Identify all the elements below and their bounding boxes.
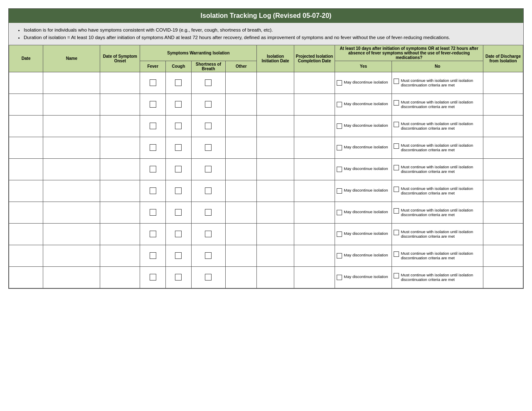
checkbox-no-6[interactable] xyxy=(394,208,399,214)
checkbox-no-9[interactable] xyxy=(394,273,399,278)
checkbox-fever-8[interactable] xyxy=(150,252,156,259)
checkbox-yes-2[interactable] xyxy=(337,123,342,129)
checkbox-yes-8[interactable] xyxy=(337,253,342,258)
cell-no-8[interactable]: Must continue with isolation until isola… xyxy=(392,245,483,266)
cell-fever-7[interactable] xyxy=(140,223,166,245)
checkbox-yes-5[interactable] xyxy=(337,188,342,194)
checkbox-cough-4[interactable] xyxy=(175,166,182,172)
checkbox-sob-5[interactable] xyxy=(205,187,212,194)
cell-fever-2[interactable] xyxy=(140,115,166,137)
cell-yes-7[interactable]: May discontinue isolation xyxy=(335,223,392,245)
checkbox-cough-7[interactable] xyxy=(175,231,182,237)
cell-no-4[interactable]: Must continue with isolation until isola… xyxy=(392,158,483,180)
checkbox-no-4[interactable] xyxy=(394,165,399,170)
cell-yes-8[interactable]: May discontinue isolation xyxy=(335,245,392,266)
cell-no-2[interactable]: Must continue with isolation until isola… xyxy=(392,115,483,137)
checkbox-no-5[interactable] xyxy=(394,187,399,192)
cell-cough-0[interactable] xyxy=(166,72,192,94)
cell-yes-5[interactable]: May discontinue isolation xyxy=(335,180,392,202)
cell-fever-5[interactable] xyxy=(140,180,166,202)
checkbox-cough-3[interactable] xyxy=(175,144,182,151)
cell-cough-5[interactable] xyxy=(166,180,192,202)
checkbox-fever-2[interactable] xyxy=(150,123,156,129)
checkbox-yes-1[interactable] xyxy=(337,102,342,107)
cell-fever-1[interactable] xyxy=(140,94,166,115)
cell-sob-7[interactable] xyxy=(191,223,225,245)
cell-no-9[interactable]: Must continue with isolation until isola… xyxy=(392,266,483,288)
checkbox-sob-6[interactable] xyxy=(205,209,212,216)
cell-cough-4[interactable] xyxy=(166,158,192,180)
cell-fever-0[interactable] xyxy=(140,72,166,94)
cell-cough-2[interactable] xyxy=(166,115,192,137)
checkbox-yes-3[interactable] xyxy=(337,145,342,150)
cell-fever-9[interactable] xyxy=(140,266,166,288)
cell-yes-6[interactable]: May discontinue isolation xyxy=(335,202,392,223)
checkbox-fever-9[interactable] xyxy=(150,274,156,281)
cell-sob-5[interactable] xyxy=(191,180,225,202)
cell-sob-2[interactable] xyxy=(191,115,225,137)
checkbox-sob-2[interactable] xyxy=(205,123,212,129)
cell-yes-9[interactable]: May discontinue isolation xyxy=(335,266,392,288)
checkbox-fever-5[interactable] xyxy=(150,187,156,194)
checkbox-sob-9[interactable] xyxy=(205,274,212,281)
cell-cough-9[interactable] xyxy=(166,266,192,288)
cell-sob-3[interactable] xyxy=(191,137,225,158)
checkbox-cough-2[interactable] xyxy=(175,123,182,129)
checkbox-no-2[interactable] xyxy=(394,122,399,127)
checkbox-cough-0[interactable] xyxy=(175,79,182,86)
cell-cough-8[interactable] xyxy=(166,245,192,266)
checkbox-no-3[interactable] xyxy=(394,143,399,149)
checkbox-fever-7[interactable] xyxy=(150,231,156,237)
cell-no-1[interactable]: Must continue with isolation until isola… xyxy=(392,94,483,115)
cell-sob-1[interactable] xyxy=(191,94,225,115)
checkbox-cough-8[interactable] xyxy=(175,252,182,259)
checkbox-fever-1[interactable] xyxy=(150,101,156,108)
checkbox-fever-4[interactable] xyxy=(150,166,156,172)
checkbox-yes-9[interactable] xyxy=(337,275,342,280)
cell-sob-4[interactable] xyxy=(191,158,225,180)
checkbox-sob-7[interactable] xyxy=(205,231,212,237)
checkbox-yes-6[interactable] xyxy=(337,210,342,215)
cell-yes-1[interactable]: May discontinue isolation xyxy=(335,94,392,115)
checkbox-sob-0[interactable] xyxy=(205,79,212,86)
checkbox-no-8[interactable] xyxy=(394,251,399,257)
cell-cough-3[interactable] xyxy=(166,137,192,158)
checkbox-yes-4[interactable] xyxy=(337,167,342,172)
cell-fever-6[interactable] xyxy=(140,202,166,223)
checkbox-cough-1[interactable] xyxy=(175,101,182,108)
cell-sob-0[interactable] xyxy=(191,72,225,94)
cell-sob-6[interactable] xyxy=(191,202,225,223)
cell-sob-8[interactable] xyxy=(191,245,225,266)
checkbox-fever-6[interactable] xyxy=(150,209,156,216)
cell-cough-6[interactable] xyxy=(166,202,192,223)
cell-no-6[interactable]: Must continue with isolation until isola… xyxy=(392,202,483,223)
checkbox-yes-7[interactable] xyxy=(337,231,342,237)
checkbox-cough-6[interactable] xyxy=(175,209,182,216)
checkbox-yes-0[interactable] xyxy=(337,80,342,86)
checkbox-sob-1[interactable] xyxy=(205,101,212,108)
cell-cough-7[interactable] xyxy=(166,223,192,245)
cell-yes-3[interactable]: May discontinue isolation xyxy=(335,137,392,158)
cell-no-0[interactable]: Must continue with isolation until isola… xyxy=(392,72,483,94)
checkbox-sob-3[interactable] xyxy=(205,144,212,151)
cell-yes-4[interactable]: May discontinue isolation xyxy=(335,158,392,180)
cell-yes-2[interactable]: May discontinue isolation xyxy=(335,115,392,137)
cell-cough-1[interactable] xyxy=(166,94,192,115)
cell-yes-0[interactable]: May discontinue isolation xyxy=(335,72,392,94)
cell-fever-4[interactable] xyxy=(140,158,166,180)
checkbox-fever-0[interactable] xyxy=(150,79,156,86)
checkbox-sob-4[interactable] xyxy=(205,166,212,172)
checkbox-no-7[interactable] xyxy=(394,230,399,235)
checkbox-no-1[interactable] xyxy=(394,100,399,106)
checkbox-cough-9[interactable] xyxy=(175,274,182,281)
cell-fever-3[interactable] xyxy=(140,137,166,158)
cell-sob-9[interactable] xyxy=(191,266,225,288)
checkbox-cough-5[interactable] xyxy=(175,187,182,194)
checkbox-no-0[interactable] xyxy=(394,79,399,84)
cell-no-7[interactable]: Must continue with isolation until isola… xyxy=(392,223,483,245)
checkbox-fever-3[interactable] xyxy=(150,144,156,151)
cell-no-3[interactable]: Must continue with isolation until isola… xyxy=(392,137,483,158)
checkbox-sob-8[interactable] xyxy=(205,252,212,259)
cell-no-5[interactable]: Must continue with isolation until isola… xyxy=(392,180,483,202)
cell-fever-8[interactable] xyxy=(140,245,166,266)
